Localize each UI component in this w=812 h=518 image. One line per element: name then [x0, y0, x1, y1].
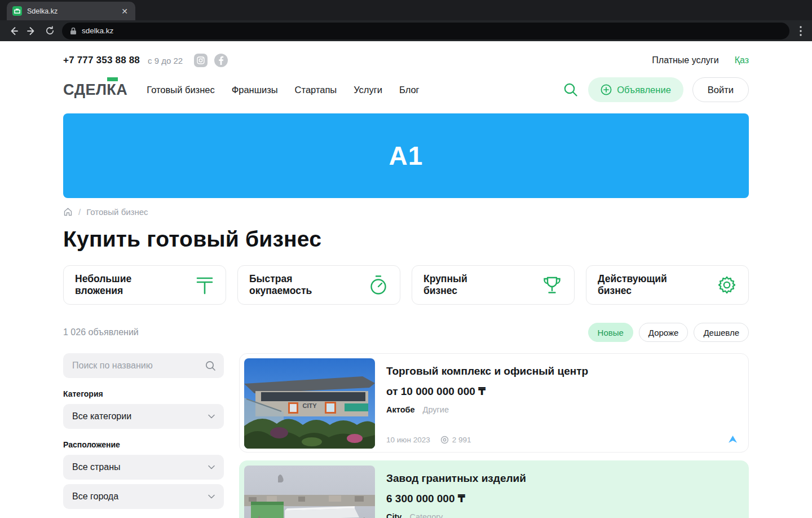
- category-value: Все категории: [72, 411, 131, 422]
- listing-card-highlighted[interactable]: Завод гранитных изделий 6 300 000 000 ₸ …: [239, 460, 749, 518]
- quick-filter-label: Крупный: [423, 273, 467, 285]
- chevron-down-icon: [207, 492, 216, 501]
- breadcrumb-separator: /: [78, 207, 81, 217]
- breadcrumb: / Готовый бизнес: [63, 207, 749, 217]
- lock-icon: [70, 27, 77, 35]
- site-favicon-icon: [12, 6, 22, 16]
- search-input[interactable]: [63, 353, 224, 378]
- login-button[interactable]: Войти: [692, 77, 749, 102]
- topbar: +7 777 353 88 88 с 9 до 22 Платные услуг…: [63, 41, 749, 67]
- url-text: sdelka.kz: [82, 27, 113, 35]
- nav-item-franchises[interactable]: Франшизы: [232, 85, 278, 95]
- listing-city: City: [386, 512, 401, 518]
- main-nav: Готовый бизнес Франшизы Стартапы Услуги …: [147, 85, 419, 95]
- ad-banner-text: A1: [389, 141, 423, 171]
- location-label: Расположение: [63, 440, 224, 449]
- nav-item-startups[interactable]: Стартапы: [295, 85, 337, 95]
- working-hours: с 9 до 22: [148, 56, 183, 65]
- home-icon[interactable]: [63, 207, 73, 217]
- browser-menu-icon[interactable]: [789, 26, 812, 36]
- quick-filters: Небольшиевложения Быстраяокупаемость Кру…: [63, 265, 749, 305]
- breadcrumb-current[interactable]: Готовый бизнес: [86, 207, 148, 217]
- page: +7 777 353 88 88 с 9 до 22 Платные услуг…: [0, 41, 812, 518]
- views-icon: [440, 436, 449, 444]
- phone-number[interactable]: +7 777 353 88 88: [63, 55, 140, 66]
- sidebar-search-icon[interactable]: [205, 360, 217, 374]
- paid-services-link[interactable]: Платные услуги: [652, 55, 718, 65]
- category-label: Категория: [63, 389, 224, 398]
- city-select[interactable]: Все города: [63, 484, 224, 509]
- back-icon[interactable]: [5, 25, 23, 37]
- country-select[interactable]: Все страны: [63, 455, 224, 480]
- results-count: 1 026 объявлений: [63, 327, 139, 337]
- city-value: Все города: [72, 491, 118, 502]
- site-header: СДЕЛКА Готовый бизнес Франшизы Стартапы …: [63, 77, 749, 102]
- logo-text-end: А: [116, 81, 127, 99]
- quick-filter-label: Небольшие: [75, 273, 131, 285]
- quick-filter-fast-payback[interactable]: Быстраяокупаемость: [237, 265, 400, 305]
- listing-price: 6 300 000 000 ₸: [386, 492, 526, 505]
- tab-close-icon[interactable]: ✕: [120, 7, 130, 16]
- post-ad-label: Объявление: [617, 85, 671, 95]
- forward-icon[interactable]: [23, 25, 41, 37]
- quick-filter-label: Быстрая: [249, 273, 312, 285]
- filters-sidebar: Категория Все категории Расположение Все…: [63, 353, 224, 518]
- sort-new[interactable]: Новые: [588, 323, 633, 342]
- listing-city: Актобе: [386, 405, 415, 414]
- sort-cheap[interactable]: Дешевле: [694, 323, 749, 342]
- logo-k: К: [107, 81, 116, 99]
- listing-photo: [244, 466, 375, 518]
- page-title: Купить готовый бизнес: [63, 227, 749, 252]
- gear-icon: [717, 275, 737, 295]
- tab-title: Sdelka.kz: [27, 7, 120, 15]
- category-select[interactable]: Все категории: [63, 404, 224, 429]
- country-value: Все страны: [72, 462, 120, 472]
- listing-date: 10 июн 2023: [386, 436, 430, 444]
- tenge-icon: [195, 275, 214, 295]
- browser-tabstrip: Sdelka.kz ✕: [0, 0, 812, 20]
- quick-filter-label: Действующий: [598, 273, 667, 285]
- quick-filter-operating-business[interactable]: Действующийбизнес: [586, 265, 749, 305]
- listing-card[interactable]: CITY Торговый комплекс и офисный центр о…: [239, 353, 749, 453]
- browser-tab[interactable]: Sdelka.kz ✕: [7, 2, 135, 20]
- chevron-down-icon: [207, 412, 216, 421]
- browser-toolbar: sdelka.kz: [0, 20, 812, 41]
- plus-circle-icon: [601, 84, 612, 95]
- search-icon[interactable]: [562, 81, 579, 98]
- logo-text: СДЕЛ: [63, 81, 107, 99]
- quick-filter-large-business[interactable]: Крупныйбизнес: [412, 265, 575, 305]
- listings: CITY Торговый комплекс и офисный центр о…: [239, 353, 749, 518]
- ad-banner[interactable]: A1: [63, 113, 749, 198]
- listing-price: от 10 000 000 000 ₸: [386, 385, 588, 398]
- site-logo[interactable]: СДЕЛКА: [63, 81, 127, 99]
- views-count: 2 991: [452, 436, 471, 444]
- svg-text:CITY: CITY: [302, 402, 317, 409]
- listing-title[interactable]: Торговый комплекс и офисный центр: [386, 365, 588, 377]
- chevron-down-icon: [207, 463, 216, 472]
- results-row: 1 026 объявлений Новые Дороже Дешевле: [63, 323, 749, 342]
- listing-category: Category: [409, 512, 443, 518]
- promoted-arrow-icon[interactable]: [729, 436, 737, 444]
- trophy-icon: [541, 275, 563, 295]
- listing-photo: CITY: [244, 358, 375, 449]
- quick-filter-small-investments[interactable]: Небольшиевложения: [63, 265, 226, 305]
- post-ad-button[interactable]: Объявление: [588, 77, 683, 102]
- facebook-icon[interactable]: [214, 54, 228, 67]
- instagram-icon[interactable]: [194, 54, 208, 67]
- nav-item-services[interactable]: Услуги: [354, 85, 382, 95]
- url-bar[interactable]: sdelka.kz: [62, 23, 789, 39]
- sort-options: Новые Дороже Дешевле: [588, 323, 749, 342]
- listing-category: Другие: [423, 405, 449, 414]
- refresh-icon[interactable]: [41, 25, 59, 36]
- stopwatch-icon: [368, 274, 389, 296]
- sort-expensive[interactable]: Дороже: [639, 323, 689, 342]
- language-switch[interactable]: Қаз: [735, 55, 749, 65]
- nav-item-blog[interactable]: Блог: [399, 85, 420, 95]
- listing-title[interactable]: Завод гранитных изделий: [386, 472, 526, 485]
- nav-item-ready-business[interactable]: Готовый бизнес: [147, 85, 214, 95]
